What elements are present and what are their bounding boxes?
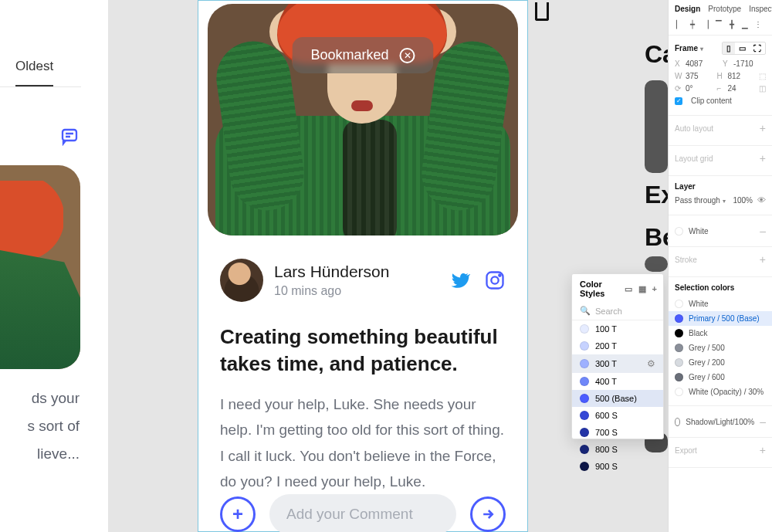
selected-frame[interactable]: Bookmarked ✕ Lars Hünderson 10 mins ago … [198,0,528,532]
comment-input[interactable]: Add your Comment [269,494,456,532]
color-style-item[interactable]: 900 S [572,458,663,475]
add-style-icon[interactable]: + [652,284,657,293]
add-button[interactable]: + [220,496,256,532]
author-name: Lars Hünderson [274,263,449,281]
clip-content-checkbox[interactable]: ✓ [675,97,682,105]
tab-design[interactable]: Design [675,5,700,13]
independent-corners-icon[interactable]: ◫ [759,84,766,93]
color-style-item[interactable]: 400 T [572,373,663,390]
export-section[interactable]: Export+ [669,438,772,468]
distribute-icon[interactable]: ⋮ [753,20,763,29]
color-style-item[interactable]: 300 T ⚙ [572,354,663,373]
color-label: White (Opacity) / 30% [689,388,764,396]
bg-image-block [645,256,668,272]
color-style-item[interactable]: 800 S [572,441,663,458]
x-input[interactable]: 4087 [686,59,703,68]
color-swatch [675,314,683,323]
grid-view-icon[interactable]: ▦ [638,284,646,294]
avatar[interactable] [220,259,263,302]
comment-icon[interactable] [60,127,79,149]
color-swatch [675,329,683,337]
add-icon: + [760,444,766,456]
radius-input[interactable]: 24 [728,84,736,93]
color-swatch [675,300,683,308]
hug-contents-icon: ▭ [735,42,750,54]
color-swatch [580,462,589,471]
effect-icon[interactable] [675,418,680,426]
twitter-icon[interactable] [449,269,470,291]
color-style-item[interactable]: 700 S [572,424,663,441]
tab-oldest[interactable]: Oldest [15,59,53,86]
color-label: 200 T [595,341,617,351]
selection-color-item[interactable]: Grey / 200 [675,355,766,370]
align-left-icon[interactable]: ▏ [675,20,684,29]
color-style-item[interactable]: 200 T [572,337,663,354]
svg-point-2 [491,276,498,283]
width-input[interactable]: 375 [686,72,699,80]
add-icon: + [760,253,766,266]
selection-color-item[interactable]: White (Opacity) / 30% [675,385,766,399]
color-swatch [580,411,589,420]
color-style-item[interactable]: 500 (Base) [572,390,663,407]
color-label: 600 S [595,411,618,420]
list-view-icon[interactable]: ▭ [625,284,632,294]
color-style-item[interactable]: 600 S [572,407,663,424]
color-label: 300 T [595,359,617,368]
align-vcenter-icon[interactable]: ╋ [727,20,736,29]
selection-color-item[interactable]: Black [675,326,766,341]
fixed-size-icon: ▯ [723,42,735,54]
selection-color-item[interactable]: Grey / 500 [675,341,766,355]
alignment-controls: ▏ ┿ ▕ ▔ ╋ ▁ ⋮ [669,16,772,36]
tab-inspect[interactable]: Inspect [749,5,772,13]
close-icon[interactable]: ✕ [400,48,415,63]
align-top-icon[interactable]: ▔ [714,20,723,29]
post-body-fragment: ds your s sort of lieve... [0,385,80,468]
constrain-icon[interactable]: ⬚ [759,72,766,80]
color-label: Grey / 600 [689,373,725,381]
align-right-icon[interactable]: ▕ [701,20,710,29]
layout-grid-section[interactable]: Layout grid+ [669,146,772,176]
align-hcenter-icon[interactable]: ┿ [688,20,697,29]
tab-prototype[interactable]: Prototype [708,5,741,13]
resize-mode-toggle[interactable]: ▯ ▭ ⛶ [722,42,766,55]
remove-icon[interactable]: – [760,415,766,428]
height-input[interactable]: 812 [728,72,741,80]
svg-rect-0 [63,130,76,141]
align-bottom-icon[interactable]: ▁ [740,20,750,29]
chevron-down-icon[interactable]: ▾ [700,46,703,53]
remove-icon[interactable]: – [760,225,766,237]
auto-layout-section[interactable]: Auto layout+ [669,116,772,146]
color-label: 700 S [595,428,618,437]
clip-content-label: Clip content [691,97,732,105]
color-swatch [580,359,589,368]
color-label: 500 (Base) [595,394,637,403]
adjust-icon[interactable]: ⚙ [647,358,655,369]
visibility-icon[interactable]: 👁 [757,195,766,205]
fill-section: White – [669,215,772,247]
bg-image-block [645,80,668,173]
color-label: 100 T [595,324,617,334]
effects-section: Shadow/Light/100% – [669,406,772,438]
selection-color-item[interactable]: Primary / 500 (Base) [669,311,772,326]
author-row: Lars Hünderson 10 mins ago [220,259,506,302]
stroke-section[interactable]: Stroke+ [669,247,772,277]
svg-point-3 [499,274,500,276]
selection-color-item[interactable]: Grey / 600 [675,370,766,385]
y-input[interactable]: -1710 [733,59,753,68]
selection-color-item[interactable]: White [675,296,766,311]
opacity-input[interactable]: 100% [733,196,753,205]
search-input[interactable]: 🔍 Search [572,302,663,320]
frame-section: Frame ▾ ▯ ▭ ⛶ X4087 Y-1710 W375 H812 ⬚ ⟳… [669,36,772,116]
section-title: Layer [675,182,696,191]
color-swatch [580,377,589,386]
color-swatch [580,445,589,454]
rotation-input[interactable]: 0° [686,84,693,93]
instagram-icon[interactable] [484,269,506,291]
left-partial-card: Oldest ds your s sort of lieve... [0,0,108,532]
send-button[interactable] [470,496,506,532]
fill-swatch[interactable] [675,227,683,236]
post-image [0,165,80,369]
blend-mode-select[interactable]: Pass through ▾ [675,196,726,205]
color-label: White [689,300,709,308]
color-style-item[interactable]: 100 T [572,320,663,337]
